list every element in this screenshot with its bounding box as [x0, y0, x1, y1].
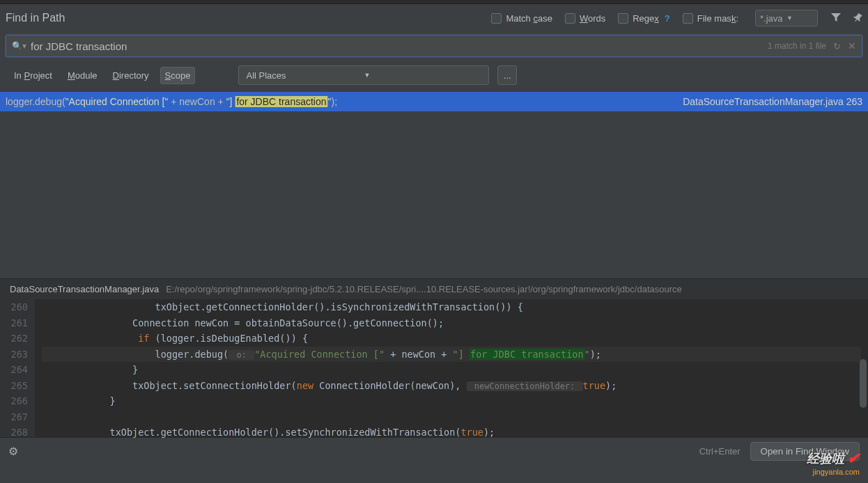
line-number: 267 [7, 409, 28, 425]
code-line: } [42, 362, 861, 378]
tab-in-project[interactable]: In Project [10, 68, 56, 84]
shortcut-hint: Ctrl+Enter [699, 446, 741, 457]
header-row: Find in Path Match case Words Regex ? Fi… [0, 4, 868, 32]
scope-places-combo[interactable]: All Places ▼ [238, 65, 489, 85]
regex-label: Regex [633, 13, 659, 24]
code-line-current: logger.debug( o: "Acquired Connection ["… [42, 347, 861, 363]
pin-icon[interactable] [853, 13, 862, 24]
tab-module[interactable]: Module [63, 68, 102, 84]
chevron-down-icon: ▼ [364, 72, 481, 79]
code-area[interactable]: txObject.getConnectionHolder().isSynchro… [35, 299, 868, 437]
filter-icon[interactable] [830, 13, 842, 24]
results-empty-area [0, 111, 868, 278]
line-number: 264 [7, 362, 28, 378]
code-line: if (logger.isDebugEnabled()) { [42, 331, 861, 347]
clear-icon[interactable]: ✕ [848, 40, 856, 52]
watermark-domain: jingyanla.com [813, 468, 860, 476]
checkbox-icon [618, 13, 628, 24]
open-in-find-window-button[interactable]: Open in Find Window [750, 442, 860, 461]
match-highlight: for JDBC transaction [470, 349, 584, 360]
line-number: 266 [7, 393, 28, 409]
words-checkbox[interactable]: Words [565, 13, 605, 24]
regex-help-icon[interactable]: ? [665, 13, 670, 24]
search-row: 🔍▾ 1 match in 1 file ↻ ✕ [0, 32, 868, 63]
preview-file-name: DataSourceTransactionManager.java [10, 284, 159, 294]
tab-scope[interactable]: Scope [160, 67, 196, 84]
match-case-label: Match case [506, 13, 552, 24]
options-group: Match case Words Regex ? File mask: *.ja… [491, 10, 818, 26]
result-file-label: DataSourceTransactionManager.java 263 [683, 96, 862, 107]
line-number: 263 [7, 347, 28, 363]
header-icons [830, 13, 862, 24]
scope-more-button[interactable]: ... [497, 65, 517, 85]
gutter: 260 261 262 263 264 265 266 267 268 [0, 299, 35, 437]
code-line: txObject.getConnectionHolder().isSynchro… [42, 299, 861, 315]
file-mask-checkbox[interactable]: File mask: [683, 13, 738, 24]
places-combo-value: All Places [246, 70, 364, 81]
refresh-icon[interactable]: ↻ [833, 41, 841, 52]
bottom-bar: ⚙ Ctrl+Enter Open in Find Window [0, 437, 868, 465]
code-line: txObject.setConnectionHolder(new Connect… [42, 378, 861, 394]
match-highlight: for JDBC transaction [235, 96, 327, 107]
tab-directory[interactable]: Directory [109, 68, 153, 84]
result-code: logger.debug("Acquired Connection [" + n… [6, 96, 683, 107]
checkbox-icon [683, 13, 693, 24]
code-line: } [42, 393, 861, 409]
line-number: 262 [7, 331, 28, 347]
words-label: Words [580, 13, 605, 24]
param-hint: newConnectionHolder: [467, 381, 583, 391]
param-hint: o: [228, 350, 254, 360]
scope-tabs: In Project Module Directory Scope [10, 67, 195, 84]
code-line: Connection newCon = obtainDataSource().g… [42, 315, 861, 331]
checkbox-icon [491, 13, 502, 24]
match-count-label: 1 match in 1 file [768, 41, 826, 51]
preview-header: DataSourceTransactionManager.java E:/rep… [0, 278, 868, 299]
line-number: 265 [7, 378, 28, 394]
gear-icon[interactable]: ⚙ [8, 445, 18, 458]
checkbox-icon [565, 13, 575, 24]
result-row[interactable]: logger.debug("Acquired Connection [" + n… [0, 92, 868, 111]
code-line [42, 409, 861, 425]
scrollbar-thumb[interactable] [860, 359, 867, 408]
line-number: 261 [7, 315, 28, 331]
chevron-down-icon: ▼ [786, 15, 813, 22]
match-case-checkbox[interactable]: Match case [491, 13, 552, 24]
dialog-title: Find in Path [6, 12, 65, 24]
search-box: 🔍▾ 1 match in 1 file ↻ ✕ [6, 35, 862, 57]
regex-checkbox[interactable]: Regex ? [618, 13, 670, 24]
code-preview: 260 261 262 263 264 265 266 267 268 txOb… [0, 299, 868, 437]
line-number: 260 [7, 299, 28, 315]
file-mask-combo[interactable]: *.java ▼ [755, 10, 818, 26]
search-icon: 🔍▾ [12, 41, 26, 51]
preview-file-path: E:/repo/org/springframework/spring-jdbc/… [166, 284, 858, 294]
code-line: txObject.getConnectionHolder().setSynchr… [42, 425, 861, 441]
file-mask-value: *.java [760, 13, 786, 24]
line-number: 268 [7, 425, 28, 441]
file-mask-label: File mask: [697, 13, 738, 24]
search-input[interactable] [31, 40, 768, 52]
filter-row: In Project Module Directory Scope All Pl… [0, 63, 868, 92]
